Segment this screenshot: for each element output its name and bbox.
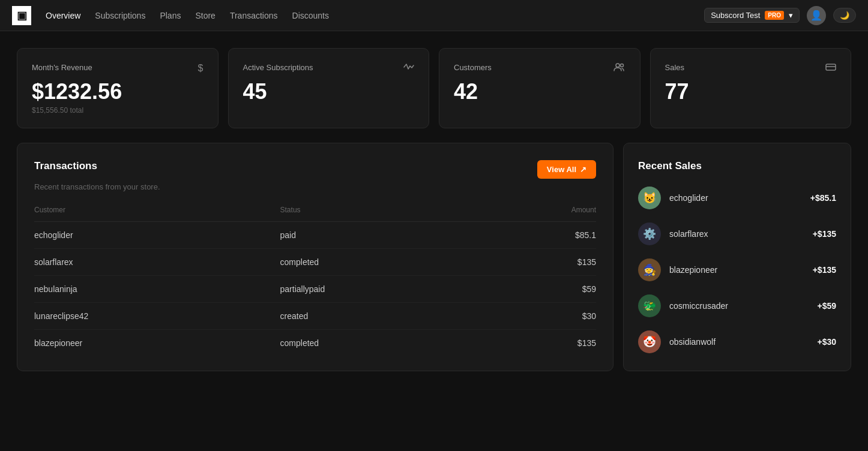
tx-status: completed: [280, 249, 484, 276]
stat-cards: Month's Revenue $ $1232.56 $15,556.50 to…: [17, 48, 851, 128]
tx-amount: $30: [483, 303, 596, 330]
tx-customer: blazepioneer: [34, 330, 280, 357]
sale-amount: +$85.1: [810, 193, 836, 203]
sale-item: 🧙 blazepioneer +$135: [638, 258, 836, 281]
transactions-table: Customer Status Amount echoglider paid $…: [34, 206, 596, 356]
user-avatar[interactable]: 👤: [807, 6, 826, 25]
stat-card-customers-value: 42: [454, 81, 625, 103]
stat-card-subscriptions-header: Active Subscriptions: [243, 63, 415, 74]
tx-amount: $59: [483, 276, 596, 303]
stat-card-customers-title: Customers: [454, 63, 492, 72]
sale-amount: +$135: [813, 265, 836, 275]
view-all-button[interactable]: View All ↗: [537, 160, 596, 179]
recent-sales-title: Recent Sales: [638, 160, 836, 172]
table-row: lunareclipse42 created $30: [34, 303, 596, 330]
nav-links: Overview Subscriptions Plans Store Trans…: [46, 8, 690, 23]
tx-amount: $85.1: [483, 222, 596, 249]
sale-name: obsidianwolf: [669, 337, 809, 347]
tx-customer: echoglider: [34, 222, 280, 249]
stat-card-revenue-value: $1232.56: [32, 81, 203, 103]
svg-point-0: [616, 64, 619, 67]
table-row: solarflarex completed $135: [34, 249, 596, 276]
table-row: echoglider paid $85.1: [34, 222, 596, 249]
sale-item: 😺 echoglider +$85.1: [638, 187, 836, 209]
stat-card-sales-header: Sales: [665, 63, 837, 74]
stat-card-revenue-title: Month's Revenue: [32, 63, 92, 72]
stat-card-subscriptions-title: Active Subscriptions: [243, 63, 313, 72]
pro-badge: PRO: [765, 11, 784, 20]
svg-point-1: [620, 64, 623, 67]
stat-card-sales: Sales 77: [650, 48, 852, 128]
nav-store[interactable]: Store: [195, 8, 215, 23]
main-content: Month's Revenue $ $1232.56 $15,556.50 to…: [0, 31, 868, 388]
workspace-selector[interactable]: Subscord Test PRO ▾: [704, 8, 800, 23]
tx-customer: nebulaninja: [34, 276, 280, 303]
tx-amount: $135: [483, 249, 596, 276]
dollar-icon: $: [198, 63, 203, 74]
nav-plans[interactable]: Plans: [160, 8, 181, 23]
table-row: blazepioneer completed $135: [34, 330, 596, 357]
stat-card-subscriptions-value: 45: [243, 81, 415, 103]
sale-name: echoglider: [669, 193, 802, 203]
card-icon: [825, 63, 836, 74]
col-header-amount: Amount: [483, 206, 596, 222]
sale-amount: +$135: [813, 229, 836, 239]
sale-avatar: 🤡: [638, 330, 661, 353]
tx-status: partiallypaid: [280, 276, 484, 303]
nav-transactions[interactable]: Transactions: [230, 8, 278, 23]
sale-amount: +$59: [817, 301, 836, 311]
workspace-name: Subscord Test: [711, 11, 760, 20]
sale-name: cosmiccrusader: [669, 301, 809, 311]
col-header-customer: Customer: [34, 206, 280, 222]
transactions-header: Transactions View All ↗: [34, 160, 596, 179]
moon-icon: 🌙: [840, 11, 849, 20]
tx-customer: lunareclipse42: [34, 303, 280, 330]
tx-customer: solarflarex: [34, 249, 280, 276]
arrow-icon: ↗: [580, 165, 586, 174]
tx-amount: $135: [483, 330, 596, 357]
tx-status: created: [280, 303, 484, 330]
chevron-down-icon: ▾: [789, 11, 793, 20]
sale-avatar: 😺: [638, 187, 661, 209]
table-row: nebulaninja partiallypaid $59: [34, 276, 596, 303]
sale-item: 🐲 cosmiccrusader +$59: [638, 294, 836, 317]
nav-right: Subscord Test PRO ▾ 👤 🌙: [704, 6, 856, 25]
svg-rect-2: [826, 64, 836, 70]
tx-status: paid: [280, 222, 484, 249]
sale-amount: +$30: [817, 337, 836, 347]
bottom-section: Transactions View All ↗ Recent transacti…: [17, 143, 851, 371]
sale-avatar: 🐲: [638, 294, 661, 317]
stat-card-revenue-header: Month's Revenue $: [32, 63, 203, 74]
users-icon: [613, 63, 625, 74]
sale-name: blazepioneer: [669, 265, 804, 275]
sale-item: 🤡 obsidianwolf +$30: [638, 330, 836, 353]
recent-sales-card: Recent Sales 😺 echoglider +$85.1 ⚙️ sola…: [623, 143, 851, 371]
navbar: ▣ Overview Subscriptions Plans Store Tra…: [0, 0, 868, 31]
nav-subscriptions[interactable]: Subscriptions: [95, 8, 145, 23]
sale-name: solarflarex: [669, 229, 804, 239]
sales-list: 😺 echoglider +$85.1 ⚙️ solarflarex +$135…: [638, 187, 836, 353]
stat-card-customers: Customers 42: [439, 48, 640, 128]
nav-overview[interactable]: Overview: [46, 8, 80, 23]
sale-avatar: ⚙️: [638, 223, 661, 245]
stat-card-subscriptions: Active Subscriptions 45: [228, 48, 430, 128]
activity-icon: [403, 63, 414, 74]
logo[interactable]: ▣: [12, 6, 31, 25]
sale-avatar: 🧙: [638, 258, 661, 281]
transactions-subtitle: Recent transactions from your store.: [34, 182, 596, 191]
view-all-label: View All: [547, 165, 576, 174]
stat-card-sales-title: Sales: [665, 63, 685, 72]
theme-toggle-button[interactable]: 🌙: [833, 8, 856, 23]
transactions-header-text: Transactions: [34, 160, 97, 172]
stat-card-revenue: Month's Revenue $ $1232.56 $15,556.50 to…: [17, 48, 219, 128]
sale-item: ⚙️ solarflarex +$135: [638, 223, 836, 245]
transactions-title: Transactions: [34, 160, 97, 172]
stat-card-customers-header: Customers: [454, 63, 625, 74]
tx-status: completed: [280, 330, 484, 357]
stat-card-revenue-sub: $15,556.50 total: [32, 106, 203, 115]
col-header-status: Status: [280, 206, 484, 222]
nav-discounts[interactable]: Discounts: [292, 8, 329, 23]
transactions-card: Transactions View All ↗ Recent transacti…: [17, 143, 613, 371]
stat-card-sales-value: 77: [665, 81, 837, 103]
